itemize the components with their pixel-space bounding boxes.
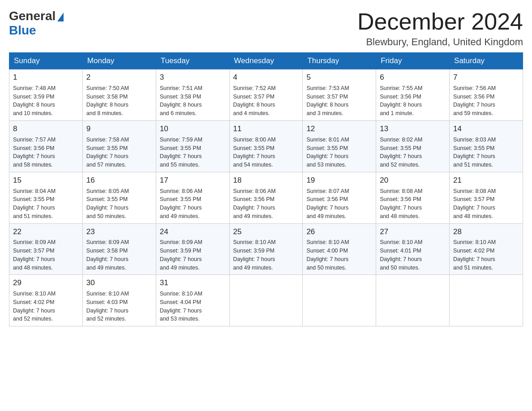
day-number: 2 [86, 72, 152, 83]
calendar-cell: 10 Sunrise: 7:59 AMSunset: 3:55 PMDaylig… [156, 120, 229, 172]
calendar-cell: 7 Sunrise: 7:56 AMSunset: 3:56 PMDayligh… [450, 69, 523, 121]
calendar-cell [450, 275, 523, 326]
day-number: 14 [453, 124, 519, 134]
day-info: Sunrise: 8:09 AMSunset: 3:57 PMDaylight:… [13, 239, 56, 270]
day-number: 19 [306, 175, 372, 186]
calendar-week-row: 22 Sunrise: 8:09 AMSunset: 3:57 PMDaylig… [9, 223, 523, 275]
calendar-cell: 2 Sunrise: 7:50 AMSunset: 3:58 PMDayligh… [82, 69, 156, 121]
day-info: Sunrise: 7:53 AMSunset: 3:57 PMDaylight:… [306, 85, 349, 116]
calendar-cell: 1 Sunrise: 7:48 AMSunset: 3:59 PMDayligh… [9, 69, 83, 121]
day-info: Sunrise: 7:59 AMSunset: 3:55 PMDaylight:… [160, 137, 202, 168]
day-number: 29 [13, 278, 79, 288]
calendar-cell: 18 Sunrise: 8:06 AMSunset: 3:56 PMDaylig… [229, 172, 303, 223]
day-number: 5 [306, 72, 372, 83]
day-number: 21 [453, 175, 519, 186]
calendar-cell: 24 Sunrise: 8:09 AMSunset: 3:59 PMDaylig… [156, 223, 229, 275]
calendar-cell: 20 Sunrise: 8:08 AMSunset: 3:56 PMDaylig… [376, 172, 450, 223]
day-number: 31 [160, 278, 226, 288]
day-number: 20 [380, 175, 446, 186]
day-number: 17 [160, 175, 226, 186]
day-number: 25 [233, 227, 299, 237]
day-info: Sunrise: 8:10 AMSunset: 4:03 PMDaylight:… [86, 291, 129, 322]
calendar-cell: 26 Sunrise: 8:10 AMSunset: 4:00 PMDaylig… [303, 223, 376, 275]
page-header: General Blue December 2024 Blewbury, Eng… [9, 9, 523, 48]
calendar-cell: 27 Sunrise: 8:10 AMSunset: 4:01 PMDaylig… [376, 223, 450, 275]
day-info: Sunrise: 8:10 AMSunset: 3:59 PMDaylight:… [233, 239, 276, 270]
calendar-header-thursday: Thursday [303, 53, 376, 69]
day-info: Sunrise: 7:56 AMSunset: 3:56 PMDaylight:… [453, 85, 496, 116]
day-number: 28 [453, 227, 519, 237]
day-number: 30 [86, 278, 152, 288]
calendar-cell [229, 275, 303, 326]
day-info: Sunrise: 8:10 AMSunset: 4:02 PMDaylight:… [13, 291, 56, 322]
day-number: 13 [380, 124, 446, 134]
day-number: 1 [13, 72, 79, 83]
day-info: Sunrise: 8:00 AMSunset: 3:55 PMDaylight:… [233, 137, 276, 168]
logo: General Blue [9, 9, 64, 38]
calendar-cell: 19 Sunrise: 8:07 AMSunset: 3:56 PMDaylig… [303, 172, 376, 223]
day-info: Sunrise: 7:51 AMSunset: 3:58 PMDaylight:… [160, 85, 202, 116]
calendar-cell: 29 Sunrise: 8:10 AMSunset: 4:02 PMDaylig… [9, 275, 83, 326]
month-title: December 2024 [357, 9, 523, 34]
day-number: 9 [86, 124, 152, 134]
day-info: Sunrise: 8:06 AMSunset: 3:56 PMDaylight:… [233, 188, 276, 219]
day-number: 10 [160, 124, 226, 134]
calendar-week-row: 15 Sunrise: 8:04 AMSunset: 3:55 PMDaylig… [9, 172, 523, 223]
calendar-header-wednesday: Wednesday [229, 53, 303, 69]
day-number: 18 [233, 175, 299, 186]
calendar-cell: 17 Sunrise: 8:06 AMSunset: 3:55 PMDaylig… [156, 172, 229, 223]
calendar-cell: 5 Sunrise: 7:53 AMSunset: 3:57 PMDayligh… [303, 69, 376, 121]
calendar-header-row: SundayMondayTuesdayWednesdayThursdayFrid… [9, 53, 523, 69]
day-number: 11 [233, 124, 299, 134]
day-info: Sunrise: 8:10 AMSunset: 4:04 PMDaylight:… [160, 291, 202, 322]
day-info: Sunrise: 8:08 AMSunset: 3:56 PMDaylight:… [380, 188, 422, 219]
calendar-cell: 16 Sunrise: 8:05 AMSunset: 3:55 PMDaylig… [82, 172, 156, 223]
day-number: 27 [380, 227, 446, 237]
day-number: 8 [13, 124, 79, 134]
calendar-week-row: 29 Sunrise: 8:10 AMSunset: 4:02 PMDaylig… [9, 275, 523, 326]
day-info: Sunrise: 8:02 AMSunset: 3:55 PMDaylight:… [380, 137, 422, 168]
calendar-cell: 14 Sunrise: 8:03 AMSunset: 3:55 PMDaylig… [450, 120, 523, 172]
calendar-cell: 6 Sunrise: 7:55 AMSunset: 3:56 PMDayligh… [376, 69, 450, 121]
calendar-cell: 23 Sunrise: 8:09 AMSunset: 3:58 PMDaylig… [82, 223, 156, 275]
day-info: Sunrise: 7:57 AMSunset: 3:56 PMDaylight:… [13, 137, 56, 168]
calendar-cell: 4 Sunrise: 7:52 AMSunset: 3:57 PMDayligh… [229, 69, 303, 121]
day-info: Sunrise: 8:04 AMSunset: 3:55 PMDaylight:… [13, 188, 56, 219]
calendar-cell: 22 Sunrise: 8:09 AMSunset: 3:57 PMDaylig… [9, 223, 83, 275]
day-number: 7 [453, 72, 519, 83]
calendar-cell [303, 275, 376, 326]
day-info: Sunrise: 8:06 AMSunset: 3:55 PMDaylight:… [160, 188, 202, 219]
day-number: 12 [306, 124, 372, 134]
day-number: 16 [86, 175, 152, 186]
day-info: Sunrise: 8:08 AMSunset: 3:57 PMDaylight:… [453, 188, 496, 219]
logo-triangle-icon [57, 13, 64, 21]
day-number: 4 [233, 72, 299, 83]
day-number: 3 [160, 72, 226, 83]
title-section: December 2024 Blewbury, England, United … [357, 9, 523, 48]
calendar-header-monday: Monday [82, 53, 156, 69]
day-info: Sunrise: 8:09 AMSunset: 3:59 PMDaylight:… [160, 239, 202, 270]
logo-general-text: General [9, 9, 56, 23]
day-info: Sunrise: 7:48 AMSunset: 3:59 PMDaylight:… [13, 85, 56, 116]
day-number: 15 [13, 175, 79, 186]
day-number: 23 [86, 227, 152, 237]
day-number: 6 [380, 72, 446, 83]
calendar-cell: 11 Sunrise: 8:00 AMSunset: 3:55 PMDaylig… [229, 120, 303, 172]
day-info: Sunrise: 7:52 AMSunset: 3:57 PMDaylight:… [233, 85, 276, 116]
calendar-cell: 12 Sunrise: 8:01 AMSunset: 3:55 PMDaylig… [303, 120, 376, 172]
day-info: Sunrise: 8:10 AMSunset: 4:02 PMDaylight:… [453, 239, 496, 270]
calendar-cell: 15 Sunrise: 8:04 AMSunset: 3:55 PMDaylig… [9, 172, 83, 223]
day-info: Sunrise: 7:55 AMSunset: 3:56 PMDaylight:… [380, 85, 422, 116]
day-number: 24 [160, 227, 226, 237]
logo-blue-text: Blue [9, 23, 36, 38]
day-info: Sunrise: 8:10 AMSunset: 4:01 PMDaylight:… [380, 239, 422, 270]
day-info: Sunrise: 7:58 AMSunset: 3:55 PMDaylight:… [86, 137, 129, 168]
day-number: 22 [13, 227, 79, 237]
calendar-cell: 28 Sunrise: 8:10 AMSunset: 4:02 PMDaylig… [450, 223, 523, 275]
calendar-cell: 3 Sunrise: 7:51 AMSunset: 3:58 PMDayligh… [156, 69, 229, 121]
calendar-table: SundayMondayTuesdayWednesdayThursdayFrid… [9, 52, 523, 326]
location-text: Blewbury, England, United Kingdom [357, 36, 523, 48]
day-info: Sunrise: 8:10 AMSunset: 4:00 PMDaylight:… [306, 239, 349, 270]
calendar-week-row: 8 Sunrise: 7:57 AMSunset: 3:56 PMDayligh… [9, 120, 523, 172]
calendar-header-friday: Friday [376, 53, 450, 69]
